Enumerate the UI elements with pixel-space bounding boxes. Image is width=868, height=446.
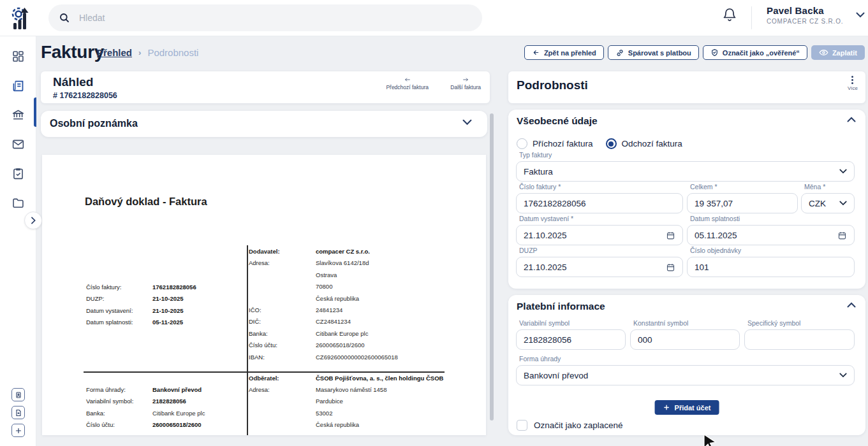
breadcrumb-overview-link[interactable]: Přehled <box>97 47 132 58</box>
doc-horizontal-divider <box>84 371 445 373</box>
more-menu-button[interactable]: Více <box>848 76 858 91</box>
invoice-document-preview[interactable]: Daňový doklad - Faktura Číslo faktury:17… <box>42 155 486 435</box>
doc-row: Forma úhrady:Bankovní převod <box>86 386 202 394</box>
total-amount-input[interactable] <box>695 199 790 208</box>
doc-row: Adresa:Slavíkova 6142/18d <box>249 259 369 267</box>
field-label: Typ faktury <box>519 151 855 159</box>
details-header-card: Podrobnosti Více <box>508 71 865 103</box>
doc-row: IBAN:CZ6926000000002600065018 <box>249 354 398 361</box>
personal-note-title: Osobní poznámka <box>50 118 138 129</box>
search-input[interactable] <box>79 13 472 23</box>
doc-row: Česká republika <box>249 295 359 303</box>
sidebar-item-dashboard[interactable] <box>0 41 36 71</box>
arrow-left-icon <box>532 49 540 56</box>
scan-document-button[interactable] <box>11 388 25 401</box>
action-buttons: Zpět na přehled Spárovat s platbou Označ… <box>524 45 865 60</box>
kebab-menu-icon <box>851 76 853 84</box>
radio-outgoing-invoice[interactable]: Odchozí faktura <box>606 138 682 149</box>
doc-row: Datum vystavení:21-10-2025 <box>86 307 184 315</box>
currency-select[interactable]: CZK <box>801 193 855 213</box>
pay-button[interactable]: Zaplatit <box>811 45 865 60</box>
bell-icon[interactable] <box>722 6 739 25</box>
user-company: COMPACER CZ S.R.O. <box>767 18 843 25</box>
chevron-up-icon[interactable] <box>847 117 856 122</box>
doc-row: 70800 <box>249 283 332 291</box>
chevron-up-icon[interactable] <box>847 302 856 308</box>
variable-symbol-input[interactable] <box>524 335 618 345</box>
field-label: DUZP <box>519 247 683 254</box>
doc-row: 53002 <box>249 410 332 417</box>
invoice-reference: # 1762182828056 <box>53 91 117 100</box>
preview-header-card: Náhled # 1762182828056 Předchozí faktura… <box>41 71 490 103</box>
doc-row: Česká republika <box>249 421 359 429</box>
checkbox-unchecked-icon[interactable] <box>517 420 527 431</box>
sidebar-item-tasks[interactable] <box>0 159 36 188</box>
doc-row: DIČ:CZ24841234 <box>249 318 351 326</box>
plus-icon <box>663 404 670 411</box>
chevron-down-icon[interactable] <box>462 119 472 126</box>
doc-row: Banka:Citibank Europe plc <box>86 410 205 417</box>
back-to-overview-button[interactable]: Zpět na přehled <box>524 45 604 60</box>
plus-button[interactable] <box>11 424 25 437</box>
chevron-down-icon <box>839 201 847 206</box>
personal-note-card[interactable]: Osobní poznámka <box>41 111 487 137</box>
issue-date-input[interactable] <box>524 231 662 240</box>
add-account-button[interactable]: Přidat účet <box>655 400 719 415</box>
user-menu[interactable]: Pavel Backa COMPACER CZ S.R.O. <box>767 5 865 25</box>
doc-row: Variabilní symbol:2182828056 <box>86 398 186 405</box>
calendar-icon[interactable] <box>837 231 847 240</box>
mark-paid-checkbox-row[interactable]: Označit jako zaplacené <box>517 420 623 431</box>
search-icon <box>59 12 70 24</box>
doc-row: Datum splatnosti:05-11-2025 <box>86 319 183 326</box>
arrow-right-icon <box>461 76 470 83</box>
order-number-input[interactable] <box>695 263 847 272</box>
user-name: Pavel Backa <box>767 5 843 16</box>
sidebar-item-bank[interactable] <box>0 100 36 129</box>
mouse-cursor <box>703 434 718 446</box>
specific-symbol-input[interactable] <box>752 335 847 345</box>
calendar-icon[interactable] <box>666 263 675 272</box>
chevron-right-icon: › <box>138 48 141 57</box>
chevron-down-icon <box>839 169 847 174</box>
doc-row: Odběratel:ČSOB Pojišťovna, a. s., člen h… <box>249 375 443 382</box>
sidebar-item-invoices[interactable] <box>0 71 36 100</box>
field-label: Celkem * <box>690 183 798 191</box>
chevron-down-icon <box>856 12 865 18</box>
doc-row: Pardubice <box>249 398 343 405</box>
previous-invoice-button[interactable]: Předchozí faktura <box>386 76 429 90</box>
field-label: Konstantní symbol <box>633 319 740 327</box>
field-label: Specifický symbol <box>747 319 855 327</box>
expand-panel-button[interactable] <box>24 212 42 229</box>
duzp-date-input[interactable] <box>524 263 662 272</box>
doc-row: Dodavatel:compacer CZ s.r.o. <box>249 248 370 255</box>
mark-verified-button[interactable]: Označit jako „ověřené“ <box>703 45 807 60</box>
next-invoice-button[interactable]: Další faktura <box>450 76 481 90</box>
doc-row: Adresa:Masarykovo náměstí 1458 <box>249 386 386 394</box>
breadcrumb-current: Podrobnosti <box>147 47 198 58</box>
topbar-divider <box>751 6 752 29</box>
invoice-type-select[interactable]: Faktura <box>516 161 855 182</box>
general-info-title: Všeobecné údaje <box>517 115 598 127</box>
calendar-icon[interactable] <box>666 231 675 240</box>
constant-symbol-input[interactable] <box>638 335 732 345</box>
field-label: Měna * <box>804 183 855 191</box>
invoice-number-input[interactable] <box>524 199 675 208</box>
doc-row: Číslo účtu:2600065018/2600 <box>249 342 365 349</box>
sidebar-item-mail[interactable] <box>0 129 36 159</box>
search-bar[interactable] <box>48 4 482 31</box>
app-logo-icon[interactable] <box>8 4 33 32</box>
field-label: Číslo faktury * <box>519 183 683 191</box>
preview-scrollbar[interactable] <box>490 113 494 421</box>
file-add-button[interactable] <box>11 406 25 419</box>
doc-vertical-divider <box>247 245 248 435</box>
radio-incoming-invoice[interactable]: Příchozí faktura <box>517 138 593 149</box>
doc-row: Číslo účtu:2600065018/2600 <box>86 421 202 429</box>
due-date-input[interactable] <box>695 231 834 240</box>
link-icon <box>615 49 624 57</box>
radio-selected-icon <box>606 138 617 149</box>
details-title: Podrobnosti <box>517 78 588 92</box>
field-label: Datum splatnosti <box>690 215 855 222</box>
payment-method-select[interactable]: Bankovní převod <box>516 365 855 385</box>
field-label: Variabilní symbol <box>519 319 626 327</box>
pair-with-payment-button[interactable]: Spárovat s platbou <box>608 45 699 60</box>
